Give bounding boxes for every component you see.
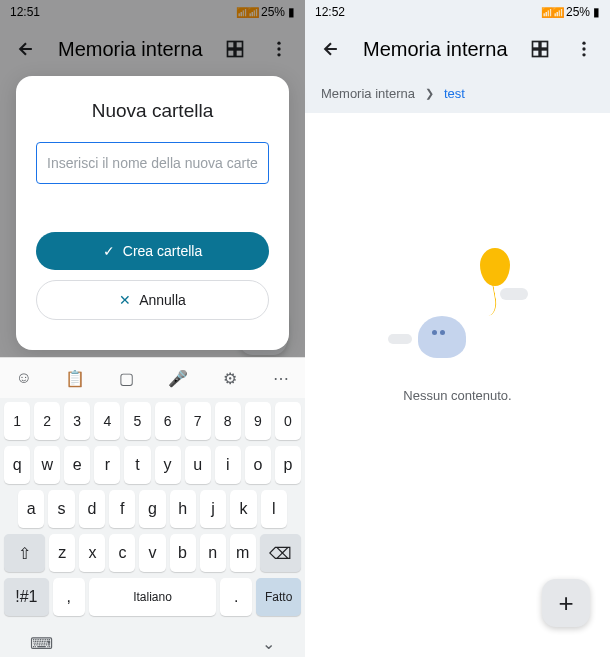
keyboard: ☺ 📋 ▢ 🎤 ⚙ ⋯ 1234567890 qwertyuiop asdfgh…: [0, 357, 305, 657]
key-m[interactable]: m: [230, 534, 256, 572]
clipboard-icon[interactable]: 📋: [63, 366, 87, 390]
key-1[interactable]: 1: [4, 402, 30, 440]
key-j[interactable]: j: [200, 490, 226, 528]
app-header: Memoria interna: [305, 24, 610, 74]
breadcrumb-current[interactable]: test: [444, 86, 465, 101]
cancel-button[interactable]: ✕ Annulla: [36, 280, 269, 320]
check-icon: ✓: [103, 243, 115, 259]
kb-row-3: zxcvbnm: [49, 534, 255, 572]
key-w[interactable]: w: [34, 446, 60, 484]
comma-key[interactable]: ,: [53, 578, 85, 616]
key-p[interactable]: p: [275, 446, 301, 484]
chevron-right-icon: ❯: [425, 87, 434, 100]
kb-collapse-icon[interactable]: ⌄: [262, 634, 275, 653]
key-k[interactable]: k: [230, 490, 256, 528]
key-3[interactable]: 3: [64, 402, 90, 440]
breadcrumb: Memoria interna ❯ test: [305, 74, 610, 113]
create-label: Crea cartella: [123, 243, 202, 259]
key-6[interactable]: 6: [155, 402, 181, 440]
page-title: Memoria interna: [363, 38, 508, 61]
key-s[interactable]: s: [48, 490, 74, 528]
backspace-key[interactable]: ⌫: [260, 534, 301, 572]
more-icon[interactable]: [572, 37, 596, 61]
key-t[interactable]: t: [124, 446, 150, 484]
key-b[interactable]: b: [170, 534, 196, 572]
folder-name-input[interactable]: [36, 142, 269, 184]
key-l[interactable]: l: [261, 490, 287, 528]
kb-row-1: qwertyuiop: [4, 446, 301, 484]
key-q[interactable]: q: [4, 446, 30, 484]
key-7[interactable]: 7: [185, 402, 211, 440]
empty-illustration: [388, 248, 528, 368]
period-key[interactable]: .: [220, 578, 252, 616]
key-u[interactable]: u: [185, 446, 211, 484]
key-h[interactable]: h: [170, 490, 196, 528]
svg-point-12: [582, 47, 585, 50]
status-battery: 25%: [566, 5, 590, 19]
fab-add[interactable]: +: [542, 579, 590, 627]
space-key[interactable]: Italiano: [89, 578, 217, 616]
svg-rect-10: [541, 50, 548, 57]
key-5[interactable]: 5: [124, 402, 150, 440]
text-icon[interactable]: ▢: [115, 366, 139, 390]
key-g[interactable]: g: [139, 490, 165, 528]
key-8[interactable]: 8: [215, 402, 241, 440]
cancel-label: Annulla: [139, 292, 186, 308]
svg-rect-9: [533, 50, 540, 57]
key-y[interactable]: y: [155, 446, 181, 484]
key-v[interactable]: v: [139, 534, 165, 572]
close-icon: ✕: [119, 292, 131, 308]
emoji-icon[interactable]: ☺: [12, 366, 36, 390]
breadcrumb-root[interactable]: Memoria interna: [321, 86, 415, 101]
key-n[interactable]: n: [200, 534, 226, 572]
key-o[interactable]: o: [245, 446, 271, 484]
key-d[interactable]: d: [79, 490, 105, 528]
key-0[interactable]: 0: [275, 402, 301, 440]
back-icon[interactable]: [319, 37, 343, 61]
create-button[interactable]: ✓ Crea cartella: [36, 232, 269, 270]
key-9[interactable]: 9: [245, 402, 271, 440]
more-kb-icon[interactable]: ⋯: [269, 366, 293, 390]
dialog-title: Nuova cartella: [36, 100, 269, 122]
key-a[interactable]: a: [18, 490, 44, 528]
shift-key[interactable]: ⇧: [4, 534, 45, 572]
status-bar: 12:52 📶📶 25% ▮: [305, 0, 610, 24]
key-4[interactable]: 4: [94, 402, 120, 440]
empty-message: Nessun contenuto.: [403, 388, 511, 403]
status-icons: 📶📶: [541, 7, 563, 18]
empty-state: Nessun contenuto.: [305, 113, 610, 657]
svg-rect-8: [541, 42, 548, 49]
settings-icon[interactable]: ⚙: [218, 366, 242, 390]
key-c[interactable]: c: [109, 534, 135, 572]
kb-layout-icon[interactable]: ⌨: [30, 634, 53, 653]
mic-icon[interactable]: 🎤: [166, 366, 190, 390]
kb-row-2: asdfghjkl: [4, 490, 301, 528]
key-i[interactable]: i: [215, 446, 241, 484]
battery-icon: ▮: [593, 5, 600, 19]
new-folder-dialog: Nuova cartella ✓ Crea cartella ✕ Annulla: [16, 76, 289, 350]
kb-row-num: 1234567890: [4, 402, 301, 440]
key-e[interactable]: e: [64, 446, 90, 484]
svg-rect-7: [533, 42, 540, 49]
key-f[interactable]: f: [109, 490, 135, 528]
symbols-key[interactable]: !#1: [4, 578, 49, 616]
svg-point-11: [582, 42, 585, 45]
status-time: 12:52: [315, 5, 345, 19]
key-2[interactable]: 2: [34, 402, 60, 440]
svg-point-13: [582, 53, 585, 56]
key-r[interactable]: r: [94, 446, 120, 484]
key-z[interactable]: z: [49, 534, 75, 572]
grid-view-icon[interactable]: [528, 37, 552, 61]
done-key[interactable]: Fatto: [256, 578, 301, 616]
key-x[interactable]: x: [79, 534, 105, 572]
